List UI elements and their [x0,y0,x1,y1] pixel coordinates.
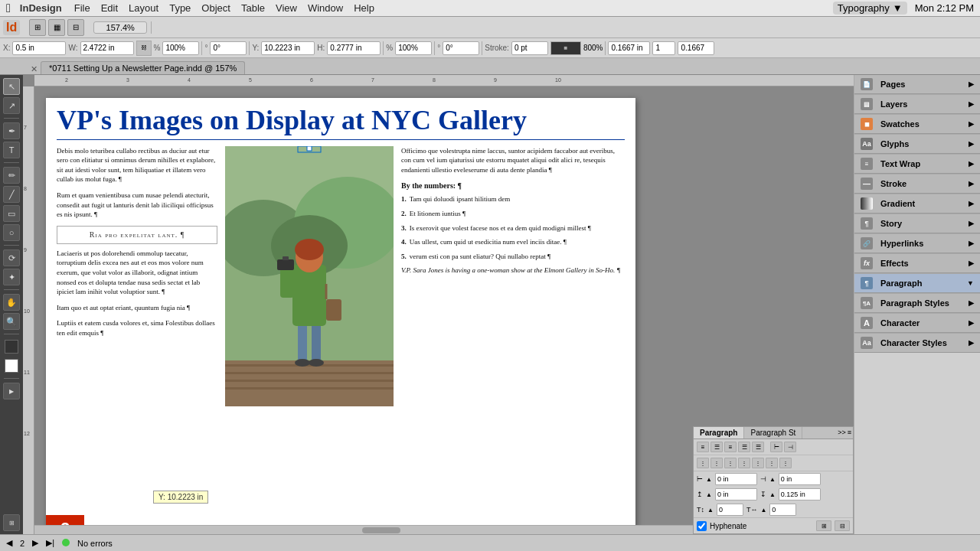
panel-layers[interactable]: ▤ Layers ▶ [854,95,980,114]
stroke-field[interactable] [511,41,548,55]
align-justify-btn[interactable]: ☰ [738,442,750,452]
zoom-input[interactable]: 157.4% [93,21,147,34]
extra-field-3[interactable] [678,41,714,55]
drop-cap-lines-input[interactable] [717,504,743,516]
panel-paragraph[interactable]: ¶ Paragraph ▼ [854,274,980,293]
page-nav-next[interactable]: ▶ [32,538,38,548]
arrange-btn[interactable]: ⊞ [3,514,20,531]
menu-help[interactable]: Help [354,2,374,14]
panel-glyphs[interactable]: Aa Glyphs ▶ [854,135,980,154]
app-name[interactable]: InDesign [20,2,62,14]
align-b5[interactable]: ⋮ [752,458,764,468]
menu-view[interactable]: View [276,2,297,14]
panel-gradient[interactable]: Gradient ▶ [854,194,980,214]
page-nav-end[interactable]: ▶| [46,538,54,548]
menu-type[interactable]: Type [169,2,191,14]
drop-cap-chars-input[interactable] [769,504,796,516]
panel-text-wrap[interactable]: ≡ Text Wrap ▶ [854,155,980,174]
align-b6[interactable]: ⋮ [766,458,778,468]
extra-field-1[interactable] [608,41,650,55]
constrain-icon[interactable]: ⛓ [136,41,152,56]
align-right-btn[interactable]: ≡ [724,442,737,452]
align-b3[interactable]: ⋮ [724,458,737,468]
hand-tool[interactable]: ✋ [3,294,20,311]
menu-object[interactable]: Object [201,2,230,14]
view-btn-2[interactable]: ▦ [48,19,65,36]
align-b2[interactable]: ⋮ [710,458,723,468]
align-b1[interactable]: ⋮ [697,458,709,468]
scale-y-field[interactable] [395,41,432,55]
para-tab-paragraph-st[interactable]: Paragraph St [744,427,802,439]
w-field[interactable] [80,41,134,55]
ellipse-tool[interactable]: ○ [3,224,20,241]
view-btn-3[interactable]: ⊟ [67,19,84,36]
panel-swatches[interactable]: ◼ Swatches ▶ [854,115,980,134]
panel-character[interactable]: A Character ▶ [854,314,980,333]
align-center-btn[interactable]: ☰ [710,442,723,452]
space-after-stepper-up[interactable]: ▲ [769,491,776,498]
panel-character-styles[interactable]: Aa Character Styles ▶ [854,334,980,353]
extra-field-2[interactable] [652,41,675,55]
panel-pages[interactable]: 📄 Pages ▶ [854,75,980,94]
panel-story[interactable]: ¶ Story ▶ [854,214,980,233]
drop-cap-chars-stepper[interactable]: ▲ [760,507,766,514]
indent-right-stepper-up[interactable]: ▲ [769,476,776,483]
menu-window[interactable]: Window [308,2,343,14]
angle-field[interactable] [210,41,247,55]
view-btn-1[interactable]: ⊞ [29,19,46,36]
y-field[interactable] [261,41,315,55]
rect-tool[interactable]: ▭ [3,205,20,222]
align-left-btn[interactable]: ≡ [697,442,709,452]
para-tab-paragraph[interactable]: Paragraph [694,427,744,439]
align-justify-all-btn[interactable]: ☰ [752,442,764,452]
align-b4[interactable]: ⋮ [738,458,750,468]
selection-tool[interactable]: ↖ [3,78,20,95]
close-tab-btn[interactable]: ✕ [31,64,38,74]
align-b7[interactable]: ⋮ [779,458,792,468]
para-tab-menu[interactable]: ≡ [848,429,851,437]
pencil-tool[interactable]: ✏ [3,167,20,184]
menu-file[interactable]: File [74,2,90,14]
panel-paragraph-styles[interactable]: ¶A Paragraph Styles ▶ [854,294,980,313]
line-tool[interactable]: ╱ [3,186,20,203]
type-tool[interactable]: T [3,142,20,158]
panel-effects[interactable]: fx Effects ▶ [854,254,980,273]
h-field[interactable] [327,41,381,55]
fill-color[interactable] [5,340,18,354]
stroke-color-btn[interactable] [5,359,18,373]
justify-btn-1[interactable]: ⊞ [816,520,831,531]
scale-x-field[interactable] [162,41,199,55]
align-toward-spine-btn[interactable]: ⊢ [770,442,782,452]
transform-tool[interactable]: ⟳ [3,249,20,266]
stroke-color[interactable]: ■ [550,41,581,55]
menu-layout[interactable]: Layout [129,2,158,14]
justify-btn-2[interactable]: ⊟ [835,520,850,531]
space-before-input[interactable] [715,488,757,500]
drop-cap-lines-stepper[interactable]: ▲ [707,507,714,514]
hyphenate-checkbox[interactable] [697,521,707,531]
space-before-stepper-up[interactable]: ▲ [706,491,712,498]
align-away-spine-btn[interactable]: ⊣ [784,442,796,452]
zoom-tool[interactable]: 🔍 [3,313,20,330]
menu-table[interactable]: Table [241,2,265,14]
h-scroll-thumb[interactable] [362,527,400,533]
eyedropper-tool[interactable]: ✦ [3,269,20,285]
direct-select-tool[interactable]: ↗ [3,97,20,114]
indent-left-input[interactable] [715,473,757,485]
preview-btn[interactable]: ▶ [3,383,20,399]
page-nav-prev[interactable]: ◀ [6,538,12,548]
apple-menu[interactable]:  [6,2,11,15]
workspace-select[interactable]: Typography ▼ [833,2,907,15]
zoom-control[interactable]: 157.4% [93,21,152,34]
menu-edit[interactable]: Edit [101,2,118,14]
document-tab[interactable]: *0711 Setting Up a Newsletter Page.indd … [41,61,245,74]
pen-tool[interactable]: ✒ [3,122,20,139]
indent-left-stepper-up[interactable]: ▲ [706,476,712,483]
panel-hyperlinks[interactable]: 🔗 Hyperlinks ▶ [854,234,980,253]
para-tab-expand[interactable]: >> [838,429,846,437]
indent-right-input[interactable] [779,473,821,485]
space-after-input[interactable] [779,488,821,500]
shear-field[interactable] [443,41,479,55]
panel-stroke[interactable]: — Stroke ▶ [854,174,980,194]
x-field[interactable] [12,41,66,55]
